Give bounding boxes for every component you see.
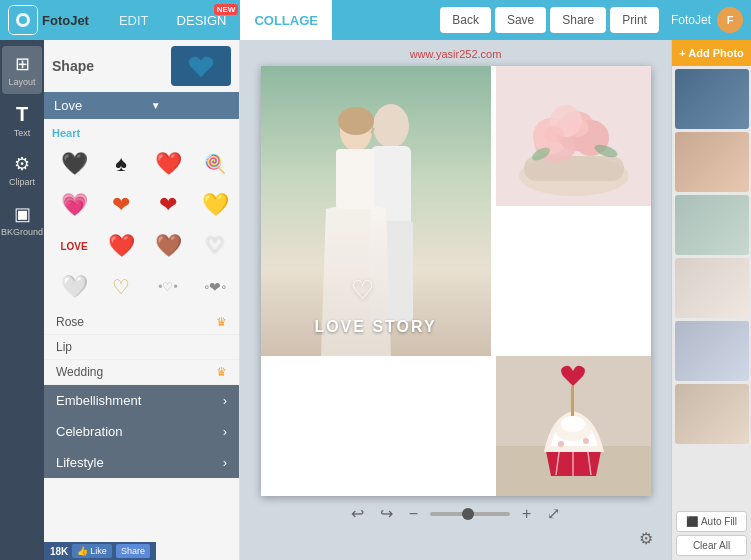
celebration-section[interactable]: Celebration › [44,416,239,447]
toolbar-clipart[interactable]: ⚙ Clipart [2,146,42,194]
clipart-red2-heart[interactable]: ❤ [146,186,190,224]
share-social-label: Share [121,546,145,556]
embellishment-arrow: › [223,393,227,408]
clipart-black-heart[interactable]: ♠ [99,145,143,183]
undo-button[interactable]: ↩ [347,502,368,525]
clipart-yellow-heart[interactable]: 💛 [193,186,237,224]
wedding-label: Wedding [56,365,103,379]
auto-fill-label: Auto Fill [701,516,737,527]
clipart-love-text[interactable]: LOVE [52,227,96,265]
clear-all-label: Clear All [693,540,730,551]
toolbar-text[interactable]: T Text [2,96,42,144]
zoom-out-button[interactable]: − [405,503,422,525]
subcategory-lip[interactable]: Lip [44,335,239,360]
clipart-outline-heart[interactable]: ♡ [193,227,237,265]
add-photo-button[interactable]: + Add Photo [672,40,751,66]
expand-icon: ⤢ [547,505,560,522]
roses-overlay [496,66,651,206]
clipart-brown-heart[interactable]: 🤎 [146,227,190,265]
roses-image[interactable] [496,66,651,206]
print-button[interactable]: Print [610,7,659,33]
rose-label: Rose [56,315,84,329]
right-panel: + Add Photo ⬛ Auto Fill Clear All [671,40,751,560]
clipart-white-heart[interactable]: 🤍 [52,268,96,306]
heart-category-label: Heart [44,123,239,141]
celebration-label: Celebration [56,424,123,439]
svg-point-30 [561,416,585,432]
user-avatar[interactable]: F [717,7,743,33]
lifestyle-section[interactable]: Lifestyle › [44,447,239,478]
photo-thumbnails [672,66,751,507]
love-story-text: LOVE STORY [261,318,491,336]
shape-thumbnail[interactable] [171,46,231,86]
lifestyle-arrow: › [223,455,227,470]
love-dropdown[interactable]: Love ▼ [44,92,239,119]
subcategory-rose[interactable]: Rose ♛ [44,310,239,335]
main-layout: ⊞ Layout T Text ⚙ Clipart ▣ BKGround Sha… [0,40,751,560]
toolbar-bkground-label: BKGround [1,227,43,237]
embellishment-section[interactable]: Embellishment › [44,385,239,416]
zoom-in-button[interactable]: + [518,503,535,525]
photo-thumb-3[interactable] [675,195,749,255]
tab-edit[interactable]: EDIT [105,0,163,40]
clear-all-button[interactable]: Clear All [676,535,747,556]
cupcake-overlay [496,356,651,496]
clipart-dot-heart[interactable]: ⸰❤⸰ [193,268,237,306]
clipart-small-hearts[interactable]: •♡• [146,268,190,306]
zoom-thumb [462,508,474,520]
zoom-slider[interactable] [430,512,510,516]
tab-collage[interactable]: COLLAGE [240,0,332,40]
dropdown-arrow: ▼ [151,100,161,111]
toolbar-bkground[interactable]: ▣ BKGround [2,196,42,244]
user-label: FotoJet [671,13,711,27]
expand-button[interactable]: ⤢ [543,502,564,525]
clipart-icon: ⚙ [14,153,30,175]
photo-thumb-6[interactable] [675,384,749,444]
svg-point-5 [373,104,409,148]
left-panel: Shape Love ▼ Heart 🖤 ♠ ❤️ 🍭 💗 ❤ ❤ [44,40,240,560]
add-photo-label: + Add Photo [679,47,744,59]
cupcake-image[interactable] [496,356,651,496]
clipart-orange-heart[interactable]: ❤ [99,186,143,224]
social-footer: 18K 👍 Like Share [44,542,156,560]
collage-canvas[interactable]: ♡ LOVE STORY [261,66,651,496]
auto-fill-button[interactable]: ⬛ Auto Fill [676,511,747,532]
like-button[interactable]: 👍 Like [72,544,112,558]
toolbar-layout[interactable]: ⊞ Layout [2,46,42,94]
clipart-red-heart[interactable]: ❤️ [146,145,190,183]
logo-text: FotoJet [42,13,89,28]
logo-icon [8,5,38,35]
rose-premium-icon: ♛ [216,315,227,329]
share-social-button[interactable]: Share [116,544,150,558]
canvas-area: www.yasir252.com [240,40,671,560]
photo-thumb-2[interactable] [675,132,749,192]
clipart-red3-heart[interactable]: ❤️ [99,227,143,265]
photo-thumb-1[interactable] [675,69,749,129]
clipart-dark-heart[interactable]: 🖤 [52,145,96,183]
shape-title: Shape [52,58,94,74]
subcategory-wedding[interactable]: Wedding ♛ [44,360,239,385]
clipart-lollipop[interactable]: 🍭 [193,145,237,183]
svg-point-32 [558,441,564,447]
shape-header: Shape [44,40,239,92]
divider-horizontal [496,206,651,209]
settings-button[interactable]: ⚙ [635,527,657,550]
tab-design[interactable]: DESIGN NEW [163,0,241,40]
back-button[interactable]: Back [440,7,491,33]
photo-thumb-4[interactable] [675,258,749,318]
bkground-icon: ▣ [14,203,31,225]
clipart-pink-heart[interactable]: 💗 [52,186,96,224]
clipart-outline-gold[interactable]: ♡ [99,268,143,306]
watermark: www.yasir252.com [410,48,502,60]
share-button[interactable]: Share [550,7,606,33]
text-icon: T [16,103,28,126]
svg-point-33 [583,438,589,444]
save-button[interactable]: Save [495,7,546,33]
redo-button[interactable]: ↪ [376,502,397,525]
love-label: Love [54,98,82,113]
logo-area: FotoJet [8,5,89,35]
couple-image[interactable]: ♡ LOVE STORY [261,66,491,356]
photo-thumb-5[interactable] [675,321,749,381]
toolbar-clipart-label: Clipart [9,177,35,187]
nav-tabs: EDIT DESIGN NEW COLLAGE [105,0,332,40]
